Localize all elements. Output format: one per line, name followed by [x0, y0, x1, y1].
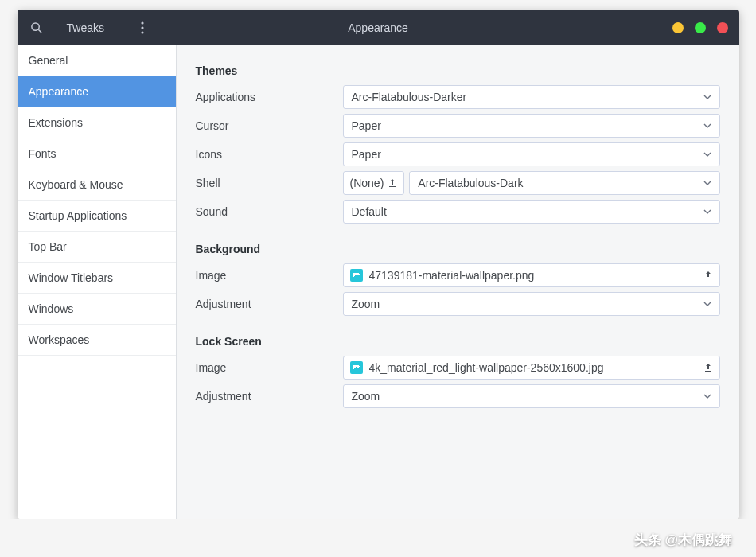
combo-applications[interactable]: Arc-Flatabulous-Darker	[343, 85, 720, 109]
label-bg-adjustment: Adjustment	[196, 298, 343, 310]
sidebar-item-fonts[interactable]: Fonts	[18, 138, 176, 169]
section-title-lockscreen: Lock Screen	[196, 335, 720, 348]
header-left: Tweaks	[18, 10, 162, 45]
menu-button[interactable]	[123, 10, 162, 45]
combo-bg-adjustment[interactable]: Zoom	[343, 292, 720, 316]
row-sound: Sound Default	[196, 198, 720, 225]
search-icon	[30, 21, 42, 33]
sidebar-item-appearance[interactable]: Appearance	[18, 76, 176, 107]
row-bg-image: Image 47139181-material-wallpaper.png	[196, 262, 720, 289]
file-chooser-lockscreen[interactable]: 4k_material_red_light-wallpaper-2560x160…	[343, 356, 720, 380]
section-title-background: Background	[196, 243, 720, 255]
combo-value: Paper	[352, 148, 381, 161]
search-button[interactable]	[18, 10, 56, 45]
sidebar-item-window-titlebars[interactable]: Window Titlebars	[18, 263, 176, 294]
sidebar-item-keyboard-mouse[interactable]: Keyboard & Mouse	[18, 169, 176, 201]
image-icon	[350, 269, 363, 282]
none-label: (None)	[350, 177, 384, 189]
content: Themes Applications Arc-Flatabulous-Dark…	[177, 45, 739, 519]
chevron-down-icon	[703, 394, 711, 399]
chevron-down-icon	[703, 302, 711, 306]
combo-value: Zoom	[352, 390, 380, 403]
body: GeneralAppearanceExtensionsFontsKeyboard…	[18, 45, 739, 519]
combo-cursor[interactable]: Paper	[343, 114, 720, 138]
chevron-down-icon	[703, 209, 711, 214]
label-ls-image: Image	[196, 361, 343, 374]
sidebar-item-workspaces[interactable]: Workspaces	[18, 325, 176, 356]
row-cursor: Cursor Paper	[196, 112, 720, 139]
sidebar-item-extensions[interactable]: Extensions	[18, 107, 176, 138]
row-bg-adjustment: Adjustment Zoom	[196, 290, 720, 317]
sidebar-item-startup-applications[interactable]: Startup Applications	[18, 201, 176, 232]
window-title: Appearance	[348, 21, 408, 34]
sidebar-item-general[interactable]: General	[18, 45, 176, 76]
svg-line-1	[38, 29, 41, 33]
section-title-themes: Themes	[196, 64, 720, 77]
maximize-button[interactable]	[695, 22, 706, 33]
combo-icons[interactable]: Paper	[343, 142, 720, 166]
window-controls	[672, 22, 728, 33]
sidebar: GeneralAppearanceExtensionsFontsKeyboard…	[18, 45, 177, 519]
row-ls-adjustment: Adjustment Zoom	[196, 383, 720, 410]
combo-value: Default	[352, 205, 387, 218]
image-icon	[350, 361, 363, 374]
headerbar: Tweaks Appearance	[18, 10, 739, 45]
upload-icon	[703, 363, 713, 372]
label-ls-adjustment: Adjustment	[196, 390, 343, 403]
label-cursor: Cursor	[196, 119, 343, 132]
combo-value: Arc-Flatabulous-Dark	[418, 177, 523, 189]
app-name: Tweaks	[56, 21, 123, 34]
file-value: 4k_material_red_light-wallpaper-2560x160…	[369, 361, 697, 374]
chevron-down-icon	[703, 95, 711, 99]
svg-point-3	[141, 26, 143, 29]
chevron-down-icon	[703, 123, 711, 128]
upload-icon	[703, 271, 713, 280]
combo-sound[interactable]: Default	[343, 200, 720, 224]
chevron-down-icon	[703, 152, 711, 157]
label-shell: Shell	[196, 177, 343, 189]
tweaks-window: Tweaks Appearance GeneralAppearanceExten…	[18, 10, 739, 519]
sidebar-item-windows[interactable]: Windows	[18, 294, 176, 325]
close-button[interactable]	[717, 22, 728, 33]
svg-point-2	[141, 21, 143, 24]
combo-ls-adjustment[interactable]: Zoom	[343, 384, 720, 408]
svg-point-0	[32, 23, 39, 30]
upload-icon	[388, 178, 397, 188]
chevron-down-icon	[703, 181, 711, 185]
combo-value: Paper	[352, 119, 381, 132]
file-value: 47139181-material-wallpaper.png	[369, 269, 697, 282]
svg-point-4	[141, 31, 143, 33]
label-sound: Sound	[196, 205, 343, 218]
label-applications: Applications	[196, 91, 343, 103]
sidebar-item-top-bar[interactable]: Top Bar	[18, 232, 176, 263]
kebab-icon	[141, 21, 144, 34]
row-icons: Icons Paper	[196, 141, 720, 168]
row-applications: Applications Arc-Flatabulous-Darker	[196, 84, 720, 111]
row-ls-image: Image 4k_material_red_light-wallpaper-25…	[196, 354, 720, 381]
combo-shell[interactable]: Arc-Flatabulous-Dark	[409, 171, 719, 195]
minimize-button[interactable]	[672, 22, 684, 33]
row-shell: Shell (None) Arc-Flatabulous-Dark	[196, 169, 720, 197]
shell-none-button[interactable]: (None)	[343, 171, 405, 195]
combo-value: Arc-Flatabulous-Darker	[352, 91, 467, 103]
label-bg-image: Image	[196, 269, 343, 282]
label-icons: Icons	[196, 148, 343, 161]
combo-value: Zoom	[352, 298, 380, 310]
file-chooser-background[interactable]: 47139181-material-wallpaper.png	[343, 263, 720, 287]
